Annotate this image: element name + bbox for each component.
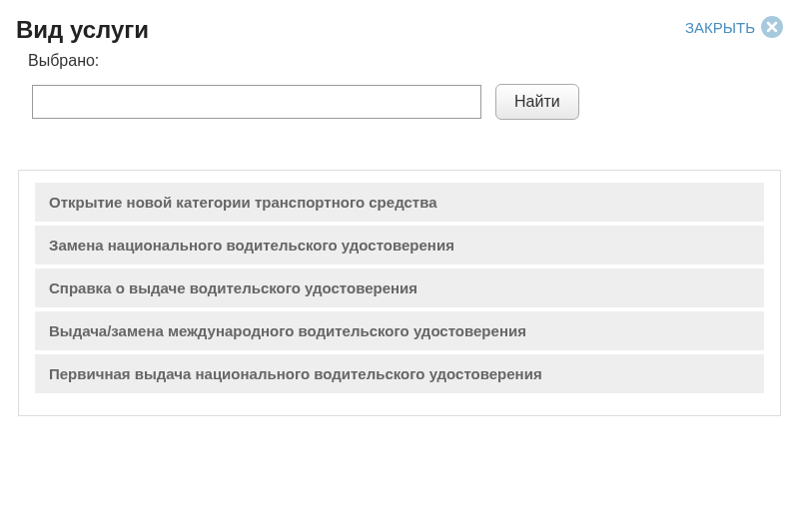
service-list: Открытие новой категории транспортного с… [18, 170, 781, 416]
close-label: ЗАКРЫТЬ [685, 19, 755, 36]
list-item[interactable]: Первичная выдача национального водительс… [35, 354, 764, 393]
list-item[interactable]: Справка о выдаче водительского удостовер… [35, 268, 764, 307]
header-row: Вид услуги ЗАКРЫТЬ [16, 16, 783, 44]
close-icon [761, 16, 783, 38]
search-button[interactable]: Найти [495, 84, 579, 120]
list-item[interactable]: Открытие новой категории транспортного с… [35, 183, 764, 222]
page-title: Вид услуги [16, 16, 149, 44]
close-button[interactable]: ЗАКРЫТЬ [685, 16, 783, 38]
list-item[interactable]: Выдача/замена международного водительско… [35, 311, 764, 350]
list-item[interactable]: Замена национального водительского удост… [35, 226, 764, 265]
search-input[interactable] [32, 85, 481, 119]
search-row: Найти [32, 84, 783, 120]
selected-label: Выбрано: [28, 52, 783, 70]
